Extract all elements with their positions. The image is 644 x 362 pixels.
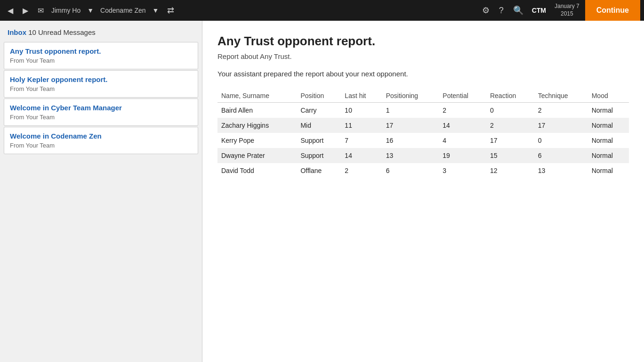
- table-cell: Normal: [588, 103, 629, 118]
- table-cell: 2: [341, 163, 382, 178]
- help-button[interactable]: ?: [495, 4, 507, 17]
- table-row: Dwayne PraterSupport141319156Normal: [217, 148, 629, 163]
- message-from: From Your Team: [10, 57, 192, 64]
- table-header: Mood: [588, 89, 629, 103]
- table-cell: David Todd: [217, 163, 297, 178]
- message-title: Welcome in Cyber Team Manager: [10, 104, 192, 112]
- message-from: From Your Team: [10, 85, 192, 92]
- player-table: Name, SurnamePositionLast hitPositioning…: [217, 89, 629, 178]
- team-name-label: Codename Zen: [98, 7, 148, 14]
- topbar: ◀ ▶ ✉ Jimmy Ho ▼ Codename Zen ▼ ⇄ ⚙ ? 🔍 …: [0, 0, 644, 21]
- table-cell: Normal: [588, 133, 629, 148]
- content-area: Any Trust opponent report. Report about …: [202, 21, 644, 362]
- continue-button[interactable]: Continue: [585, 0, 640, 21]
- table-cell: 12: [486, 163, 534, 178]
- table-cell: 2: [439, 103, 486, 118]
- table-header: Positioning: [382, 89, 439, 103]
- unread-count: 10 Unread Messages: [28, 28, 96, 36]
- table-header: Technique: [534, 89, 588, 103]
- table-cell: 0: [486, 103, 534, 118]
- table-cell: 4: [439, 133, 486, 148]
- table-header: Reaction: [486, 89, 534, 103]
- table-cell: 6: [534, 148, 588, 163]
- date-display: January 7 2015: [551, 3, 583, 17]
- message-item[interactable]: Any Trust opponent report.From Your Team: [4, 42, 198, 69]
- table-cell: 6: [382, 163, 439, 178]
- table-cell: 17: [534, 118, 588, 133]
- swap-button[interactable]: ⇄: [163, 3, 178, 17]
- table-cell: 13: [382, 148, 439, 163]
- manager-name-label: Jimmy Ho: [49, 7, 82, 14]
- table-header: Position: [297, 89, 341, 103]
- table-cell: 15: [486, 148, 534, 163]
- table-cell: Carry: [297, 103, 341, 118]
- inbox-header: Inbox 10 Unread Messages: [0, 25, 202, 42]
- mail-icon[interactable]: ✉: [34, 4, 48, 17]
- sidebar: Inbox 10 Unread Messages Any Trust oppon…: [0, 21, 202, 362]
- table-cell: Support: [297, 133, 341, 148]
- table-cell: 2: [486, 118, 534, 133]
- manager-dropdown-button[interactable]: ▼: [84, 5, 97, 16]
- table-cell: Normal: [588, 163, 629, 178]
- message-from: From Your Team: [10, 114, 192, 121]
- table-cell: Normal: [588, 148, 629, 163]
- table-row: Zachary HigginsMid111714217Normal: [217, 118, 629, 133]
- table-cell: Mid: [297, 118, 341, 133]
- table-cell: Normal: [588, 118, 629, 133]
- table-cell: 0: [534, 133, 588, 148]
- table-cell: Dwayne Prater: [217, 148, 297, 163]
- team-dropdown-button[interactable]: ▼: [150, 5, 162, 16]
- search-button[interactable]: 🔍: [509, 3, 527, 17]
- message-from: From Your Team: [10, 142, 192, 149]
- table-cell: 10: [341, 103, 382, 118]
- table-cell: Offlane: [297, 163, 341, 178]
- table-cell: Zachary Higgins: [217, 118, 297, 133]
- message-item[interactable]: Welcome in Cyber Team ManagerFrom Your T…: [4, 99, 198, 126]
- table-cell: 11: [341, 118, 382, 133]
- message-item[interactable]: Holy Kepler opponent report.From Your Te…: [4, 70, 198, 98]
- message-title: Welcome in Codename Zen: [10, 132, 192, 140]
- table-cell: 14: [439, 118, 486, 133]
- table-row: David ToddOfflane2631213Normal: [217, 163, 629, 178]
- table-row: Kerry PopeSupport7164170Normal: [217, 133, 629, 148]
- inbox-label: Inbox: [8, 28, 26, 36]
- message-list: Any Trust opponent report.From Your Team…: [0, 42, 202, 358]
- table-header: Potential: [439, 89, 486, 103]
- table-cell: 13: [534, 163, 588, 178]
- table-cell: 14: [341, 148, 382, 163]
- report-subtitle: Report about Any Trust.: [217, 52, 629, 60]
- table-cell: 17: [486, 133, 534, 148]
- table-cell: Kerry Pope: [217, 133, 297, 148]
- table-header: Last hit: [341, 89, 382, 103]
- table-row: Baird AllenCarry101202Normal: [217, 103, 629, 118]
- message-title: Any Trust opponent report.: [10, 47, 192, 55]
- table-cell: 19: [439, 148, 486, 163]
- forward-button[interactable]: ▶: [19, 4, 32, 17]
- table-cell: 7: [341, 133, 382, 148]
- table-cell: 3: [439, 163, 486, 178]
- table-cell: 2: [534, 103, 588, 118]
- settings-button[interactable]: ⚙: [478, 3, 493, 17]
- back-button[interactable]: ◀: [4, 4, 17, 17]
- table-cell: Support: [297, 148, 341, 163]
- report-title: Any Trust opponent report.: [217, 34, 629, 49]
- table-cell: 1: [382, 103, 439, 118]
- table-header: Name, Surname: [217, 89, 297, 103]
- main-layout: Inbox 10 Unread Messages Any Trust oppon…: [0, 21, 644, 362]
- table-cell: 16: [382, 133, 439, 148]
- report-description: Your assistant prepared the report about…: [217, 70, 629, 78]
- message-title: Holy Kepler opponent report.: [10, 75, 192, 83]
- message-item[interactable]: Welcome in Codename ZenFrom Your Team: [4, 127, 198, 154]
- table-cell: 17: [382, 118, 439, 133]
- table-cell: Baird Allen: [217, 103, 297, 118]
- ctm-label: CTM: [529, 7, 549, 14]
